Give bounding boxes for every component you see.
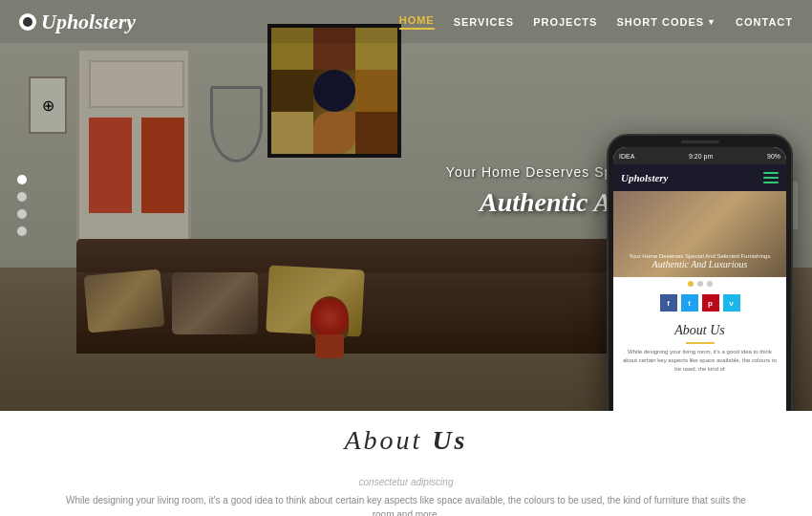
phone-about-section: About Us While designing your living roo… bbox=[613, 315, 786, 381]
phone-facebook-icon[interactable]: f bbox=[660, 294, 677, 312]
slider-dots bbox=[17, 175, 27, 236]
phone-menu-icon[interactable] bbox=[763, 172, 779, 183]
menu-line-1 bbox=[763, 172, 779, 174]
phone-twitter-icon[interactable]: t bbox=[681, 294, 698, 312]
phone-dot-3[interactable] bbox=[707, 281, 713, 287]
phone-dot-2[interactable] bbox=[697, 281, 703, 287]
navbar: Upholstery HOME SERVICES PROJECTS SHORT … bbox=[0, 0, 812, 43]
slider-dot-1[interactable] bbox=[17, 175, 27, 184]
site-logo[interactable]: Upholstery bbox=[19, 10, 136, 34]
logo-icon bbox=[19, 13, 36, 31]
phone-social-bar: f t p v bbox=[613, 290, 786, 315]
phone-logo: Upholstery bbox=[621, 172, 669, 183]
phone-nav: Upholstery bbox=[613, 164, 786, 191]
phone-hero-text: Your Home Deserves Special And Selected … bbox=[618, 253, 781, 269]
phone-battery: 90% bbox=[767, 153, 780, 160]
about-subtitle-text: consectetur adipiscing bbox=[302, 475, 511, 489]
slider-dot-2[interactable] bbox=[17, 192, 27, 202]
slider-dot-4[interactable] bbox=[17, 226, 27, 236]
nav-home[interactable]: HOME bbox=[399, 14, 435, 30]
nav-services[interactable]: SERVICES bbox=[454, 16, 514, 28]
about-title: About Us bbox=[344, 425, 467, 456]
slider-dot-3[interactable] bbox=[17, 209, 27, 219]
hero-section: ⊕ bbox=[0, 0, 812, 411]
nav-projects[interactable]: PROJECTS bbox=[533, 16, 597, 28]
phone-about-divider bbox=[686, 342, 715, 344]
nav-links: HOME SERVICES PROJECTS SHORT CODES ▼ CON… bbox=[399, 14, 793, 30]
menu-line-2 bbox=[763, 177, 779, 179]
phone-vimeo-icon[interactable]: v bbox=[723, 294, 740, 312]
phone-pinterest-icon[interactable]: p bbox=[702, 294, 719, 312]
phone-about-text: While designing your living room, it's a… bbox=[621, 348, 779, 374]
phone-hero-title: Authentic And Luxurious bbox=[618, 259, 781, 269]
phone-slider-dots bbox=[613, 277, 786, 290]
phone-about-title: About Us bbox=[621, 323, 779, 338]
phone-hero: Your Home Deserves Special And Selected … bbox=[613, 191, 786, 277]
phone-speaker bbox=[681, 140, 719, 143]
nav-short-codes[interactable]: SHORT CODES ▼ bbox=[616, 16, 716, 28]
phone-mockup: IDEA 9:20 pm 90% Upholstery Your Home De… bbox=[607, 134, 793, 411]
about-description: While designing your living room, it's a… bbox=[0, 493, 812, 516]
menu-line-3 bbox=[763, 182, 779, 183]
phone-status-bar: IDEA 9:20 pm 90% bbox=[613, 147, 786, 164]
phone-carrier: IDEA bbox=[619, 153, 634, 160]
nav-contact[interactable]: CONTACT bbox=[736, 16, 793, 28]
phone-screen: IDEA 9:20 pm 90% Upholstery Your Home De… bbox=[613, 147, 786, 411]
phone-dot-1[interactable] bbox=[688, 281, 694, 287]
about-section: About Us consectetur adipiscing While de… bbox=[0, 411, 812, 516]
dropdown-arrow-icon: ▼ bbox=[707, 17, 716, 27]
phone-time: 9:20 pm bbox=[689, 153, 713, 160]
